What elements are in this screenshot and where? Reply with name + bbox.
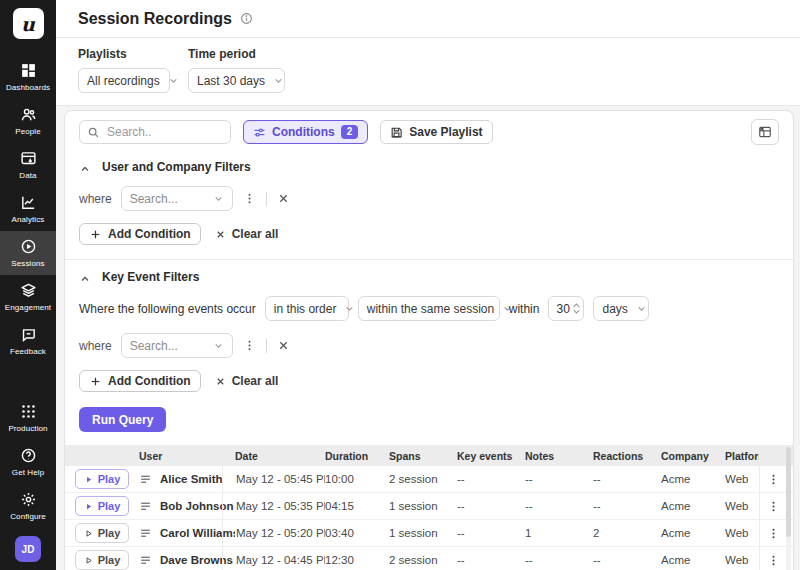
event-order-select[interactable]: in this order xyxy=(265,296,349,321)
card-toolbar: Conditions 2 Save Playlist xyxy=(79,119,779,145)
kebab-menu-icon xyxy=(767,527,780,540)
row-menu-button[interactable] xyxy=(759,520,787,546)
date-cell: May 12 - 05:20 PM xyxy=(222,520,325,546)
column-header-spans[interactable]: Spans xyxy=(389,450,457,462)
duration-cell: 10:00 xyxy=(325,466,389,492)
notes-cell: -- xyxy=(525,493,593,519)
chevron-up-icon[interactable] xyxy=(79,271,91,283)
column-header-user[interactable]: User xyxy=(139,450,235,462)
column-header-company[interactable]: Company xyxy=(661,450,725,462)
sidebar-item-people[interactable]: People xyxy=(0,99,56,143)
kebab-menu-icon xyxy=(767,473,780,486)
platform-cell: Web xyxy=(725,547,759,570)
sidebar-item-sessions[interactable]: Sessions xyxy=(0,231,56,275)
scrollbar-thumb[interactable] xyxy=(786,447,791,537)
recordings-table: UserDateDurationSpansKey eventsNotesReac… xyxy=(65,445,793,570)
sidebar-item-get-help[interactable]: Get Help xyxy=(0,440,56,484)
save-playlist-button[interactable]: Save Playlist xyxy=(380,120,492,144)
sidebar-item-analytics[interactable]: Analytics xyxy=(0,187,56,231)
session-list-icon xyxy=(139,473,152,486)
sidebar-item-engagement[interactable]: Engagement xyxy=(0,275,56,319)
chevron-down-icon xyxy=(636,303,647,314)
sidebar-item-label: Get Help xyxy=(12,468,44,477)
search-input[interactable] xyxy=(79,120,231,144)
section-divider xyxy=(65,259,793,260)
reactions-cell: -- xyxy=(593,466,661,492)
play-button[interactable]: Play xyxy=(75,550,129,570)
sidebar-item-dashboards[interactable]: Dashboards xyxy=(0,55,56,99)
column-header-notes[interactable]: Notes xyxy=(525,450,593,462)
sidebar-item-production[interactable]: Production xyxy=(0,396,56,440)
column-header-key-events[interactable]: Key events xyxy=(457,450,525,462)
within-value-stepper[interactable]: 30 xyxy=(548,296,584,321)
column-header-duration[interactable]: Duration xyxy=(325,450,389,462)
save-playlist-label: Save Playlist xyxy=(409,125,482,139)
session-list-icon xyxy=(139,554,152,567)
table-columns-button[interactable] xyxy=(751,119,779,145)
stepper-arrows[interactable] xyxy=(573,303,580,314)
event-scope-select[interactable]: within the same session xyxy=(358,296,500,321)
time-period-value: Last 30 days xyxy=(197,74,265,88)
spans-cell: 2 session xyxy=(389,547,457,570)
search-icon xyxy=(87,125,100,138)
x-icon xyxy=(215,229,226,240)
chevron-down-icon xyxy=(168,75,179,86)
row-menu-button[interactable] xyxy=(759,493,787,519)
unit-select[interactable]: days xyxy=(593,296,649,321)
session-list-icon xyxy=(139,527,152,540)
user-filters-condition-row: where Search... xyxy=(79,186,779,211)
sidebar-item-label: Dashboards xyxy=(6,83,50,92)
info-icon[interactable] xyxy=(240,12,253,25)
playlists-select[interactable]: All recordings xyxy=(78,68,170,93)
sidebar-item-feedback[interactable]: Feedback xyxy=(0,319,56,363)
platform-cell: Web xyxy=(725,493,759,519)
sidebar-item-label: Engagement xyxy=(5,303,51,312)
company-cell: Acme xyxy=(661,493,725,519)
row-menu-button[interactable] xyxy=(759,466,787,492)
user-condition-select[interactable]: Search... xyxy=(121,186,233,211)
data-icon xyxy=(20,150,37,167)
conditions-button[interactable]: Conditions 2 xyxy=(243,120,368,144)
chevron-down-icon xyxy=(213,193,224,204)
user-name[interactable]: Alice Smith xyxy=(160,473,223,485)
column-header-platform[interactable]: Platform xyxy=(725,450,759,462)
play-button[interactable]: Play xyxy=(75,469,129,489)
run-query-button[interactable]: Run Query xyxy=(79,407,166,432)
plus-icon xyxy=(89,375,102,388)
production-icon xyxy=(20,403,37,420)
content-area: Conditions 2 Save Playlist User and Comp… xyxy=(56,106,800,570)
vertical-scrollbar[interactable] xyxy=(786,446,791,570)
sidebar-item-label: People xyxy=(15,127,41,136)
add-condition-button[interactable]: Add Condition xyxy=(79,370,201,392)
kebab-menu-icon[interactable] xyxy=(242,338,257,353)
clear-all-button[interactable]: Clear all xyxy=(215,227,279,241)
kebab-menu-icon[interactable] xyxy=(242,191,257,206)
column-header-date[interactable]: Date xyxy=(235,450,325,462)
sidebar-item-label: Sessions xyxy=(11,259,44,268)
date-cell: May 12 - 04:45 PM xyxy=(222,547,325,570)
clear-all-button[interactable]: Clear all xyxy=(215,374,279,388)
play-button[interactable]: Play xyxy=(75,523,129,543)
company-cell: Acme xyxy=(661,547,725,570)
play-button[interactable]: Play xyxy=(75,496,129,516)
duration-cell: 03:40 xyxy=(325,520,389,546)
sidebar-item-configure[interactable]: Configure xyxy=(0,484,56,528)
event-filters-title: Key Event Filters xyxy=(102,270,199,284)
column-header-reactions[interactable]: Reactions xyxy=(593,450,661,462)
remove-condition-icon[interactable] xyxy=(276,191,291,206)
row-menu-button[interactable] xyxy=(759,547,787,570)
occur-text: Where the following events occur xyxy=(79,302,256,316)
chevron-up-icon[interactable] xyxy=(79,161,91,173)
add-condition-button[interactable]: Add Condition xyxy=(79,223,201,245)
time-period-select[interactable]: Last 30 days xyxy=(188,68,285,93)
avatar[interactable]: JD xyxy=(15,536,41,562)
event-condition-select[interactable]: Search... xyxy=(121,333,233,358)
page-header: Session Recordings xyxy=(56,0,800,38)
remove-condition-icon[interactable] xyxy=(276,338,291,353)
within-label: within xyxy=(509,302,540,316)
brand-logo[interactable]: u xyxy=(13,8,44,39)
sidebar-item-label: Data xyxy=(19,171,36,180)
sidebar-nav: DashboardsPeopleDataAnalyticsSessionsEng… xyxy=(0,55,56,363)
duration-cell: 12:30 xyxy=(325,547,389,570)
sidebar-item-data[interactable]: Data xyxy=(0,143,56,187)
